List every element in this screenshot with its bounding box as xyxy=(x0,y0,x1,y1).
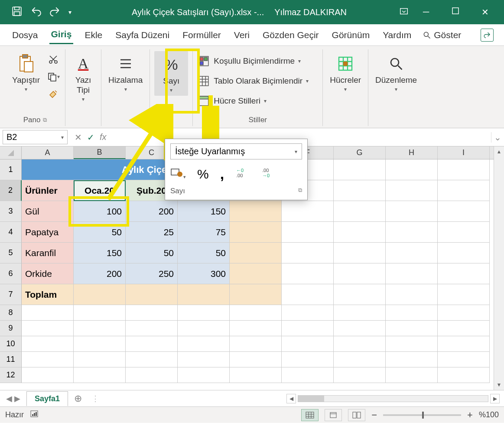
expand-formula-button[interactable]: ⌄ xyxy=(491,132,504,143)
ribbon-display-button[interactable] xyxy=(399,6,409,18)
maximize-button[interactable] xyxy=(447,7,464,17)
arrow-sayi-to-popup xyxy=(202,93,219,140)
svg-rect-38 xyxy=(357,412,361,418)
increase-decimal-button[interactable]: ←0.00 xyxy=(235,167,250,182)
quick-access-toolbar: ▾ xyxy=(3,6,79,19)
zoom-out-button[interactable]: − xyxy=(371,409,377,421)
macro-icon[interactable] xyxy=(30,410,39,420)
tab-sayfaduzeni[interactable]: Sayfa Düzeni xyxy=(114,26,171,44)
chevron-down-icon: ▾ xyxy=(25,86,27,92)
row-2-hdr[interactable]: 2 xyxy=(0,180,22,201)
kosullu-button[interactable]: Koşullu Biçimlendirme▾ xyxy=(197,51,301,71)
svg-rect-33 xyxy=(34,413,35,416)
chevron-down-icon: ▾ xyxy=(170,87,172,93)
yazitipi-button[interactable]: A Yazı Tipi ▾ xyxy=(70,51,97,104)
redo-button[interactable] xyxy=(49,6,61,19)
tab-formuller[interactable]: Formüller xyxy=(181,26,223,44)
window-title: Aylık Çiçek Satışları (Sayı).xlsx -... Y… xyxy=(79,7,399,17)
decrease-decimal-button[interactable]: .00→0 xyxy=(261,167,276,182)
numpop-launcher-icon[interactable]: ⧉ xyxy=(298,187,302,195)
hizalama-button[interactable]: Hizalama ▾ xyxy=(106,51,145,94)
add-sheet-button[interactable]: ⊕ xyxy=(68,393,88,404)
group-pano: Yapıştır ▾ ▾ Pano ⧉ xyxy=(5,49,65,126)
name-box[interactable]: B2▾ xyxy=(3,130,68,144)
tab-giris[interactable]: Giriş xyxy=(49,26,74,44)
font-icon: A xyxy=(72,53,94,75)
hucreler-button[interactable]: Hücreler ▾ xyxy=(327,51,364,94)
svg-rect-1 xyxy=(15,7,20,10)
svg-rect-17 xyxy=(199,76,208,86)
cut-button[interactable] xyxy=(46,53,61,66)
tab-dosya[interactable]: Dosya xyxy=(10,26,40,44)
format-painter-button[interactable] xyxy=(46,88,61,101)
undo-button[interactable] xyxy=(30,6,42,19)
normal-view-button[interactable] xyxy=(301,409,319,421)
tab-gorunum[interactable]: Görünüm xyxy=(330,26,372,44)
svg-text:←0: ←0 xyxy=(236,168,244,173)
svg-text:→0: →0 xyxy=(262,173,270,178)
chevron-down-icon: ▾ xyxy=(82,96,85,102)
tab-gozden[interactable]: Gözden Geçir xyxy=(261,26,321,44)
tablo-button[interactable]: Tablo Olarak Biçimlendir▾ xyxy=(197,71,309,91)
minimize-button[interactable]: ─ xyxy=(417,7,435,17)
status-ready: Hazır xyxy=(5,410,24,419)
col-I[interactable]: I xyxy=(438,146,490,159)
svg-point-5 xyxy=(424,32,429,36)
svg-rect-7 xyxy=(23,55,28,58)
qat-dropdown[interactable]: ▾ xyxy=(68,9,72,16)
title-bar: ▾ Aylık Çiçek Satışları (Sayı).xlsx -...… xyxy=(0,0,504,24)
sheet-bar: ◀ ▶ Sayfa1 ⊕ ⋮ ◀ ▶ xyxy=(0,390,504,406)
svg-rect-35 xyxy=(306,412,314,418)
sheet-nav[interactable]: ◀ ▶ xyxy=(0,394,26,403)
col-H[interactable]: H xyxy=(386,146,438,159)
pano-launcher-icon[interactable]: ⧉ xyxy=(43,117,47,123)
pano-small: ▾ xyxy=(46,51,61,101)
cancel-icon[interactable]: ✕ xyxy=(75,132,82,143)
scroll-down-button[interactable]: ▼ xyxy=(494,380,504,390)
zoom-slider[interactable] xyxy=(383,414,461,416)
format-selector[interactable]: İsteğe Uyarlanmış▾ xyxy=(170,143,302,159)
vertical-scrollbar[interactable]: ▲ ▼ xyxy=(494,146,504,390)
save-button[interactable] xyxy=(11,6,23,19)
ribbon-tabs: Dosya Giriş Ekle Sayfa Düzeni Formüller … xyxy=(0,24,504,46)
scroll-left-button[interactable]: ◀ xyxy=(286,394,296,403)
arrow-cell-to-sayi xyxy=(100,104,173,204)
scroll-up-button[interactable]: ▲ xyxy=(494,146,504,157)
group-duzenleme: Düzenleme ▾ xyxy=(368,49,424,126)
svg-rect-15 xyxy=(204,57,208,61)
comma-format-button[interactable]: , xyxy=(220,166,224,182)
ribbon: Yapıştır ▾ ▾ Pano ⧉ A Yazı Tipi ▾ Hi xyxy=(0,46,504,128)
tab-veri[interactable]: Veri xyxy=(232,26,251,44)
sheet-tab[interactable]: Sayfa1 xyxy=(26,391,68,406)
copy-button[interactable]: ▾ xyxy=(46,70,61,83)
share-button[interactable] xyxy=(481,29,494,42)
pagebreak-view-button[interactable] xyxy=(348,409,365,421)
enter-icon[interactable]: ✓ xyxy=(87,132,94,143)
svg-point-22 xyxy=(391,58,399,66)
row-1-hdr[interactable]: 1 xyxy=(0,159,22,180)
tell-me[interactable]: Göster xyxy=(423,30,461,40)
tab-ekle[interactable]: Ekle xyxy=(83,26,104,44)
yapistir-button[interactable]: Yapıştır ▾ xyxy=(10,51,42,94)
tab-yardim[interactable]: Yardım xyxy=(381,26,413,44)
svg-rect-36 xyxy=(330,413,336,418)
close-button[interactable]: ✕ xyxy=(476,7,494,17)
sayi-button[interactable]: % Sayı ▾ xyxy=(154,51,188,96)
scroll-right-button[interactable]: ▶ xyxy=(490,394,500,403)
chevron-down-icon: ▾ xyxy=(124,86,127,92)
svg-rect-12 xyxy=(51,75,56,81)
duzenleme-button[interactable]: Düzenleme ▾ xyxy=(373,51,419,94)
col-G[interactable]: G xyxy=(334,146,386,159)
horizontal-scrollbar[interactable]: ◀ ▶ xyxy=(103,394,504,403)
pagelayout-view-button[interactable] xyxy=(325,409,342,421)
select-all-button[interactable] xyxy=(0,146,22,159)
col-A[interactable]: A xyxy=(22,146,74,159)
accounting-format-button[interactable]: ▾ xyxy=(170,167,186,181)
zoom-level[interactable]: %100 xyxy=(479,410,499,419)
search-icon xyxy=(423,31,431,39)
percent-format-button[interactable]: % xyxy=(197,167,209,182)
find-icon xyxy=(385,53,407,75)
hdr-urunler[interactable]: Ürünler xyxy=(22,180,74,201)
zoom-in-button[interactable]: + xyxy=(467,409,473,421)
username-text: Yılmaz DALKIRAN xyxy=(274,7,347,17)
